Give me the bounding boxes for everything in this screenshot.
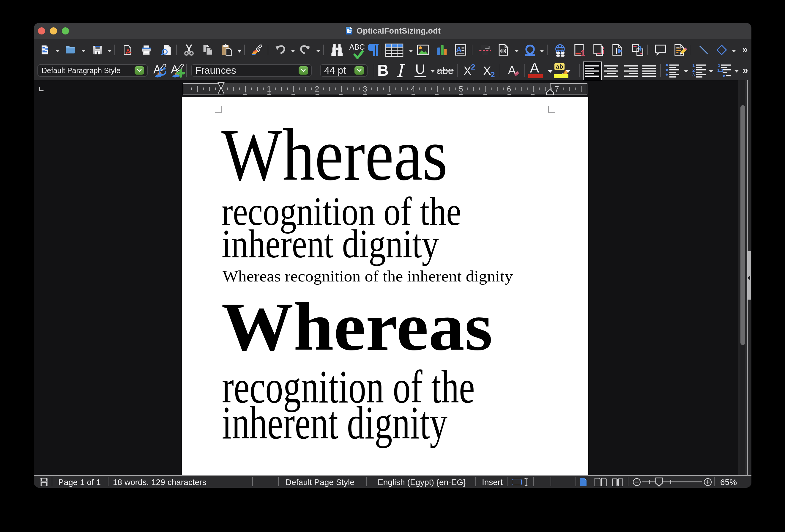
svg-text:ab: ab — [556, 63, 563, 70]
svg-text:3: 3 — [692, 72, 695, 77]
svg-text:1: 1 — [692, 63, 695, 68]
svg-text:A: A — [456, 45, 462, 53]
svg-text:1: 1 — [581, 49, 585, 57]
svg-text:1: 1 — [718, 63, 720, 68]
svg-text:2: 2 — [692, 68, 695, 73]
svg-text:1.1: 1.1 — [717, 68, 724, 73]
svg-text:ABC: ABC — [349, 43, 365, 51]
